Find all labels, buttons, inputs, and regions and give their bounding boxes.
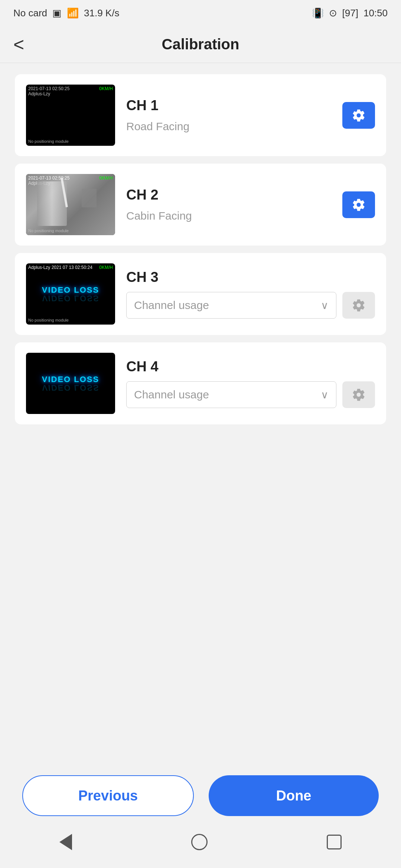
content-area: 2021-07-13 02:50:25 0KM/H Adplus-Lzy No … [0, 63, 401, 439]
ch3-dropdown-row: Channel usage ∨ [126, 292, 375, 319]
ch1-name: CH 1 [126, 98, 331, 114]
status-right: 📳 ⊙ [97] 10:50 [312, 7, 388, 19]
ch4-settings-button[interactable] [342, 381, 375, 408]
gear-icon-ch1 [352, 108, 366, 122]
status-bar: No card ▣ 📶 31.9 K/s 📳 ⊙ [97] 10:50 [0, 0, 401, 26]
ch1-timestamp: 2021-07-13 02:50:25 [28, 86, 69, 91]
wifi-icon: 📶 [67, 7, 79, 19]
ch2-settings-button[interactable] [342, 191, 375, 218]
nav-home-button[interactable] [191, 834, 208, 850]
done-button[interactable]: Done [209, 775, 379, 816]
ch3-dropdown-arrow-icon: ∨ [321, 299, 329, 312]
channel-thumbnail-ch1: 2021-07-13 02:50:25 0KM/H Adplus-Lzy No … [26, 85, 115, 146]
ch2-name: CH 2 [126, 187, 331, 203]
ch4-name: CH 4 [126, 359, 375, 375]
ch1-desc: Road Facing [126, 120, 331, 133]
channel-thumbnail-ch4: VIDEO LOSS VIDEO LOSS [26, 353, 115, 414]
channel-row-ch2: 2021-07-13 02:50:25 0KM/H Adplus-Lzy No … [15, 164, 386, 246]
time-label: 10:50 [363, 7, 388, 19]
ch2-desc: Cabin Facing [126, 210, 331, 222]
ch4-video-loss-reflection: VIDEO LOSS [42, 383, 100, 392]
ch4-dropdown-arrow-icon: ∨ [321, 389, 329, 401]
channel-row-ch4: VIDEO LOSS VIDEO LOSS CH 4 Channel usage… [15, 342, 386, 424]
ch2-info: CH 2 Cabin Facing [126, 187, 331, 222]
no-card-label: No card [13, 7, 47, 19]
ch3-video-loss-reflection: VIDEO LOSS [42, 293, 100, 303]
ch4-dropdown[interactable]: Channel usage ∨ [126, 381, 336, 408]
ch3-settings-button[interactable] [342, 292, 375, 319]
nav-back-button[interactable] [59, 834, 72, 850]
gear-icon-ch4 [352, 388, 366, 402]
ch1-info: CH 1 Road Facing [126, 98, 331, 133]
ch3-dropdown[interactable]: Channel usage ∨ [126, 292, 336, 319]
headphone-icon: ⊙ [329, 7, 337, 19]
ch3-nopos: No positioning module [28, 318, 69, 322]
back-button[interactable]: < [13, 34, 24, 55]
status-left: No card ▣ 📶 31.9 K/s [13, 7, 119, 19]
battery-label: [97] [342, 7, 358, 19]
ch3-dropdown-label: Channel usage [134, 299, 209, 312]
page-title: Calibration [162, 36, 239, 53]
ch2-timestamp: 2021-07-13 02:50:25 [28, 175, 69, 181]
channel-row-ch3: Adplus-Lzy 2021 07 13 02:50:24 0KM/H VID… [15, 253, 386, 335]
channel-thumbnail-ch3: Adplus-Lzy 2021 07 13 02:50:24 0KM/H VID… [26, 263, 115, 325]
ch4-dropdown-label: Channel usage [134, 388, 209, 401]
nav-recents-button[interactable] [327, 835, 342, 849]
speed-label: 31.9 K/s [84, 7, 119, 19]
home-nav-icon [191, 834, 208, 850]
back-nav-icon [59, 834, 72, 850]
ch2-okm: 0KM/H [99, 175, 113, 181]
ch4-dropdown-row: Channel usage ∨ [126, 381, 375, 408]
gear-icon-ch2 [352, 198, 366, 212]
sd-card-icon: ▣ [52, 7, 62, 19]
bottom-nav [0, 820, 401, 868]
recents-nav-icon [327, 835, 342, 849]
ch4-info: CH 4 Channel usage ∨ [126, 359, 375, 408]
ch2-nopos: No positioning module [28, 228, 69, 233]
ch1-settings-button[interactable] [342, 102, 375, 129]
previous-label: Previous [78, 788, 138, 804]
previous-button[interactable]: Previous [22, 775, 194, 816]
back-arrow-icon: < [13, 34, 24, 55]
gear-icon-ch3 [352, 298, 366, 312]
ch1-nopos: No positioning module [28, 139, 69, 144]
vibrate-icon: 📳 [312, 7, 324, 19]
bottom-buttons: Previous Done [0, 775, 401, 816]
ch3-name: CH 3 [126, 269, 375, 285]
channel-thumbnail-ch2: 2021-07-13 02:50:25 0KM/H Adplus-Lzy No … [26, 174, 115, 235]
channel-row-ch1: 2021-07-13 02:50:25 0KM/H Adplus-Lzy No … [15, 74, 386, 156]
done-label: Done [276, 788, 312, 804]
ch1-brand: Adplus-Lzy [28, 91, 50, 96]
ch1-okm: 0KM/H [99, 86, 113, 91]
top-nav: < Calibration [0, 26, 401, 63]
ch3-info: CH 3 Channel usage ∨ [126, 269, 375, 319]
